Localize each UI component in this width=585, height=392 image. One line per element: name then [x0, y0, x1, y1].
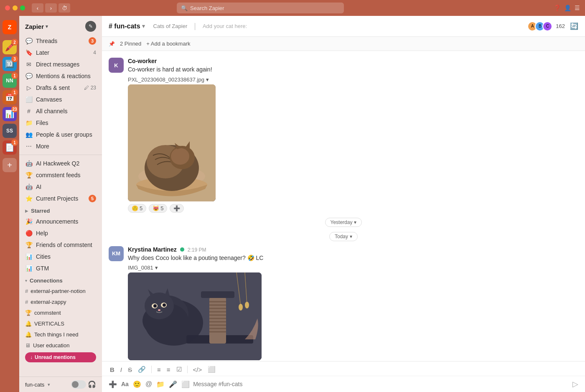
italic-button[interactable]: I — [119, 365, 123, 374]
unread-mentions-button[interactable]: ↓ Unread mentions — [25, 352, 96, 362]
sidebar-item-all-channels[interactable]: # All channels — [19, 105, 102, 117]
avatar-msg1: K — [109, 58, 124, 73]
sidebar-item-commstent-feeds[interactable]: 🏆 commstent feeds — [19, 169, 102, 181]
reaction-1-1[interactable]: 🙃 5 — [128, 204, 146, 213]
reaction-add-1[interactable]: ➕ — [170, 204, 184, 213]
sidebar-item-people[interactable]: 👥 People & user groups — [19, 129, 102, 140]
starred-section[interactable]: ▶ Starred — [19, 204, 102, 216]
app-improv[interactable]: 📊 23 — [3, 107, 17, 121]
bold-button[interactable]: B — [109, 365, 116, 374]
sidebar-item-cities[interactable]: 📊 Cities — [19, 251, 102, 262]
more-label: More — [36, 143, 96, 150]
sidebar-item-direct-messages[interactable]: ✉ Direct messages — [19, 59, 102, 70]
sidebar-channel-external-partner[interactable]: # external-partner-notion — [19, 285, 102, 296]
svg-point-26 — [145, 293, 174, 319]
code-button[interactable]: </> — [192, 365, 203, 374]
reaction-1-2[interactable]: 😻 5 — [149, 204, 167, 213]
external-zappy-label: external-zappy — [31, 299, 66, 305]
forward-button[interactable]: › — [45, 3, 57, 13]
checklist-button[interactable]: ☑ — [175, 365, 183, 374]
video-icon[interactable]: ⬜ — [181, 380, 190, 388]
app-calendar[interactable]: 📅 1 — [3, 90, 17, 104]
sidebar-item-threads[interactable]: 💬 Threads 3 — [19, 35, 102, 47]
ordered-list-button[interactable]: ≡ — [165, 365, 172, 374]
app-2[interactable]: 🔟 3 — [3, 57, 17, 71]
connections-section[interactable]: ▾ Connections — [19, 274, 102, 285]
message-input[interactable] — [193, 381, 566, 387]
minimize-dot[interactable] — [13, 5, 18, 10]
member-count[interactable]: 162 — [556, 23, 565, 29]
strikethrough-button[interactable]: S — [127, 365, 133, 374]
titlebar-right: ❓ 👤 ☰ — [554, 5, 580, 11]
close-dot[interactable] — [5, 5, 10, 10]
sidebar-item-mentions[interactable]: 💬 Mentions & reactions — [19, 70, 102, 82]
add-app-button[interactable]: + — [3, 158, 17, 172]
voice-icon[interactable]: 🎤 — [169, 380, 177, 388]
maximize-dot[interactable] — [20, 5, 25, 10]
filter-icon[interactable]: ☰ — [575, 5, 580, 11]
today-btn[interactable]: Today ▾ — [329, 232, 358, 241]
sidebar-item-ai[interactable]: 🤖 AI — [19, 181, 102, 193]
bullet-list-button[interactable]: ≡ — [156, 365, 162, 374]
sidebar-item-help[interactable]: 🔴 Help — [19, 227, 102, 239]
image-label-1[interactable]: PXL_20230608_002338637.jpg ▾ — [128, 76, 578, 83]
sidebar-channel-tech-things[interactable]: 🔔 Tech things I need — [19, 329, 102, 340]
history-button[interactable]: ⏱ — [58, 3, 70, 13]
emoji-icon[interactable]: 🙂 — [133, 380, 141, 388]
pinned-count[interactable]: 2 Pinned — [120, 41, 141, 47]
channel-members: A B C 162 🔄 — [527, 21, 578, 31]
link-button[interactable]: 🔗 — [137, 365, 147, 374]
search-bar[interactable]: 🔍 Search Zapier — [177, 3, 344, 13]
sidebar-item-later[interactable]: 🔖 Later 4 — [19, 47, 102, 59]
headphone-icon[interactable]: 🎧 — [88, 380, 96, 389]
image-name-1: PXL_20230608_002338637.jpg — [128, 76, 204, 83]
image-dropdown-2: ▾ — [155, 265, 158, 271]
current-projects-icon: ⭐ — [25, 195, 33, 202]
block-button[interactable]: ⬜ — [206, 365, 217, 374]
sidebar-item-more[interactable]: ⋯ More — [19, 140, 102, 152]
workspace-header: Zapier ▾ ✎ — [19, 16, 102, 35]
sidebar-channel-commstent[interactable]: 🏆 commstent — [19, 307, 102, 318]
sidebar-item-drafts[interactable]: ▷ Drafts & sent 🖊 23 — [19, 82, 102, 94]
app-nn[interactable]: NN 1 — [3, 74, 17, 88]
sidebar-channel-external-zappy[interactable]: # external-zappy — [19, 296, 102, 307]
app-docs[interactable]: 📄 1 — [3, 140, 17, 155]
app-zapier[interactable]: Z — [3, 20, 17, 34]
yesterday-btn[interactable]: Yesterday ▾ — [325, 218, 362, 227]
unread-mentions-label: Unread mentions — [35, 354, 76, 360]
sidebar-item-current-projects[interactable]: ⭐ Current Projects 5 — [19, 193, 102, 204]
sidebar-item-gtm[interactable]: 📊 GTM — [19, 262, 102, 274]
sidebar-item-files[interactable]: 📁 Files — [19, 117, 102, 129]
add-bookmark-btn[interactable]: + Add a bookmark — [146, 41, 190, 47]
sidebar-item-announcements[interactable]: 🎉 Announcements — [19, 216, 102, 227]
sidebar-item-canvases[interactable]: ⬜ Canvases — [19, 94, 102, 105]
back-button[interactable]: ‹ — [32, 3, 43, 13]
add-member-icon[interactable]: 🔄 — [570, 22, 578, 30]
compose-button[interactable]: ✎ — [85, 21, 96, 32]
image-label-2[interactable]: IMG_0081 ▾ — [128, 265, 578, 271]
sidebar-channel-user-education[interactable]: 🖥 User education — [19, 340, 102, 351]
announcements-label: Announcements — [36, 218, 96, 225]
sidebar-item-friends-of-commstent[interactable]: 🏆 Friends of commstent — [19, 239, 102, 251]
messages-area[interactable]: K Co-worker Co-worker is hard at work ag… — [102, 51, 585, 361]
channel-area: # fun-cats ▾ Cats of Zapier | Add your c… — [102, 16, 585, 392]
compose-toolbar: B I S 🔗 ≡ ≡ ☑ </> ⬜ — [102, 361, 585, 376]
sidebar-item-ai-hackweek[interactable]: 🤖 AI Hackweek Q2 — [19, 158, 102, 169]
attachment-icon[interactable]: 📁 — [156, 380, 165, 388]
help-channel-icon: 🔴 — [25, 229, 33, 237]
workspace-name[interactable]: Zapier ▾ — [25, 23, 48, 30]
app-crayola[interactable]: 🖍️ 2 — [3, 40, 17, 54]
dm-label: Direct messages — [36, 61, 96, 68]
status-toggle[interactable] — [71, 380, 86, 389]
send-button[interactable]: ▷ — [572, 379, 578, 389]
footer-dropdown-icon[interactable]: ▾ — [48, 382, 50, 387]
mentions-icon: 💬 — [25, 72, 33, 80]
help-icon[interactable]: ❓ — [554, 5, 561, 11]
app-ss[interactable]: SS — [3, 124, 17, 138]
format-icon[interactable]: Aa — [121, 381, 129, 387]
channel-title[interactable]: # fun-cats ▾ — [109, 23, 145, 30]
mention-icon[interactable]: @ — [145, 380, 152, 388]
add-action-icon[interactable]: ➕ — [109, 380, 117, 388]
sidebar-channel-verticals[interactable]: 🔔 VERTICALS — [19, 318, 102, 329]
profile-icon[interactable]: 👤 — [564, 5, 571, 11]
